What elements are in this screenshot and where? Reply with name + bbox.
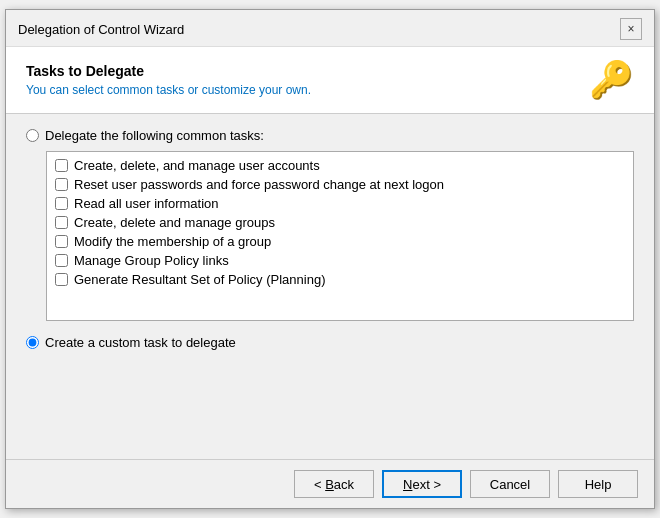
key-icon: 🔑 bbox=[589, 59, 634, 101]
task-list-scroll[interactable]: Create, delete, and manage user accounts… bbox=[47, 152, 633, 320]
task-label[interactable]: Read all user information bbox=[74, 196, 219, 211]
header-title: Tasks to Delegate bbox=[26, 63, 311, 79]
help-button[interactable]: Help bbox=[558, 470, 638, 498]
task-item: Modify the membership of a group bbox=[49, 232, 631, 251]
task-label[interactable]: Reset user passwords and force password … bbox=[74, 177, 444, 192]
common-tasks-label: Delegate the following common tasks: bbox=[45, 128, 264, 143]
common-tasks-radio[interactable] bbox=[26, 129, 39, 142]
header-subtitle: You can select common tasks or customize… bbox=[26, 83, 311, 97]
content-area: Delegate the following common tasks: Cre… bbox=[6, 114, 654, 459]
task-label[interactable]: Create, delete, and manage user accounts bbox=[74, 158, 320, 173]
footer: < Back Next > Cancel Help bbox=[6, 459, 654, 508]
close-button[interactable]: × bbox=[620, 18, 642, 40]
task-item: Create, delete, and manage user accounts bbox=[49, 156, 631, 175]
task-item: Generate Resultant Set of Policy (Planni… bbox=[49, 270, 631, 289]
task-checkbox[interactable] bbox=[55, 273, 68, 286]
task-label[interactable]: Generate Resultant Set of Policy (Planni… bbox=[74, 272, 325, 287]
task-item: Read all user information bbox=[49, 194, 631, 213]
task-checkbox[interactable] bbox=[55, 216, 68, 229]
task-checkbox[interactable] bbox=[55, 159, 68, 172]
task-checkbox[interactable] bbox=[55, 254, 68, 267]
cancel-button[interactable]: Cancel bbox=[470, 470, 550, 498]
dialog-title: Delegation of Control Wizard bbox=[18, 22, 184, 37]
task-checkbox[interactable] bbox=[55, 197, 68, 210]
title-bar: Delegation of Control Wizard × bbox=[6, 10, 654, 47]
task-checkbox[interactable] bbox=[55, 178, 68, 191]
task-item: Reset user passwords and force password … bbox=[49, 175, 631, 194]
task-label[interactable]: Modify the membership of a group bbox=[74, 234, 271, 249]
task-item: Create, delete and manage groups bbox=[49, 213, 631, 232]
dialog: Delegation of Control Wizard × Tasks to … bbox=[5, 9, 655, 509]
custom-task-label: Create a custom task to delegate bbox=[45, 335, 236, 350]
common-tasks-radio-label[interactable]: Delegate the following common tasks: bbox=[26, 128, 634, 143]
task-checkbox[interactable] bbox=[55, 235, 68, 248]
header-section: Tasks to Delegate You can select common … bbox=[6, 47, 654, 114]
custom-task-radio[interactable] bbox=[26, 336, 39, 349]
task-label[interactable]: Create, delete and manage groups bbox=[74, 215, 275, 230]
next-button[interactable]: Next > bbox=[382, 470, 462, 498]
task-label[interactable]: Manage Group Policy links bbox=[74, 253, 229, 268]
task-item: Manage Group Policy links bbox=[49, 251, 631, 270]
custom-task-radio-label[interactable]: Create a custom task to delegate bbox=[26, 335, 634, 350]
back-button[interactable]: < Back bbox=[294, 470, 374, 498]
header-text: Tasks to Delegate You can select common … bbox=[26, 63, 311, 97]
task-list-container: Create, delete, and manage user accounts… bbox=[46, 151, 634, 321]
